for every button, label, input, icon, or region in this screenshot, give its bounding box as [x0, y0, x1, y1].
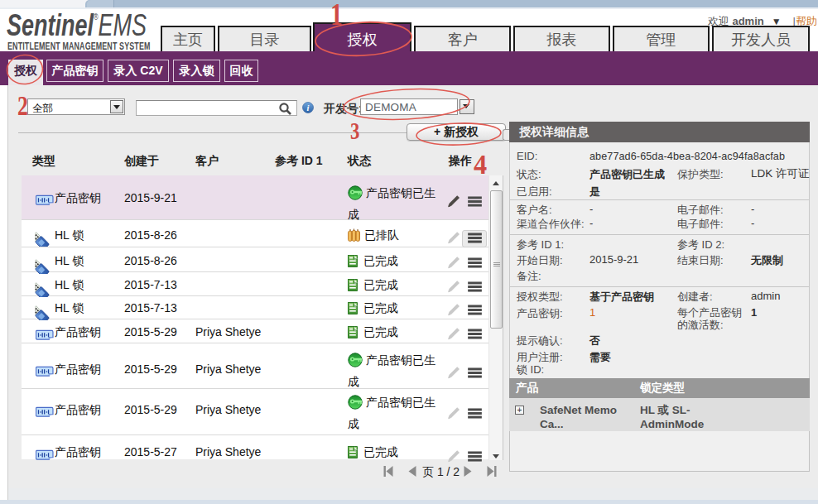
svg-text:i: i: [307, 103, 310, 113]
